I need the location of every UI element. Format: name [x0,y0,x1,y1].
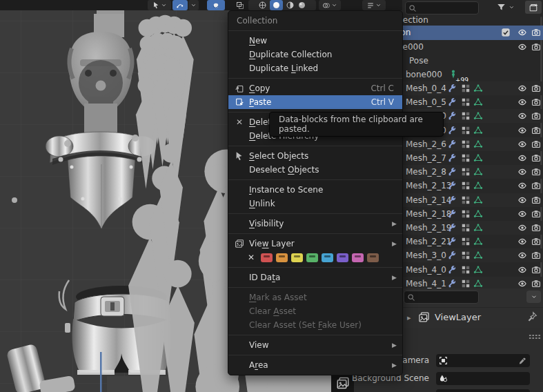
collection-color-tag[interactable] [291,253,303,262]
modifier-stack-icon[interactable] [461,139,471,149]
modifier-stack-icon[interactable] [461,195,471,205]
modifier-wrench-icon[interactable] [447,223,457,233]
xray-toggle[interactable] [233,0,247,10]
mesh-data-icon[interactable] [473,181,483,190]
menu-item-new[interactable]: New [228,34,402,48]
modifier-wrench-icon[interactable] [447,265,457,275]
eye-icon[interactable] [517,209,527,219]
breadcrumb-expand-arrow[interactable]: ▸ [407,313,411,322]
modifier-stack-icon[interactable] [461,84,471,93]
camera-visibility-icon[interactable] [531,279,541,288]
modifier-stack-icon[interactable] [461,209,471,219]
new-collection-button[interactable] [525,1,542,14]
modifier-wrench-icon[interactable] [447,97,457,107]
modifier-stack-icon[interactable] [461,111,471,121]
camera-visibility-icon[interactable] [531,195,541,205]
mesh-data-icon[interactable] [473,97,483,107]
mesh-data-icon[interactable] [473,126,483,135]
eye-icon[interactable] [517,139,527,149]
collection-color-tag[interactable] [322,253,333,262]
camera-visibility-icon[interactable] [531,251,541,260]
eye-icon[interactable] [517,111,527,121]
collection-color-tag[interactable] [352,253,364,262]
camera-visibility-icon[interactable] [531,84,541,93]
modifier-wrench-icon[interactable] [447,195,457,205]
mesh-data-icon[interactable] [473,139,483,149]
modifier-wrench-icon[interactable] [447,279,457,288]
solid-shading-button[interactable] [270,0,283,10]
mesh-data-icon[interactable] [473,84,483,93]
mesh-data-icon[interactable] [473,111,483,121]
camera-visibility-icon[interactable] [531,42,541,52]
mesh-data-icon[interactable] [473,223,483,233]
camera-visibility-icon[interactable] [531,111,541,121]
eye-icon[interactable] [517,195,527,205]
modifier-wrench-icon[interactable] [447,126,457,135]
mesh-data-icon[interactable] [473,251,483,260]
proportional-falloff-dropdown[interactable] [188,0,199,10]
properties-search-input[interactable] [404,291,479,304]
camera-visibility-icon[interactable] [531,209,541,219]
eye-icon[interactable] [517,42,527,52]
eye-icon[interactable] [517,265,527,275]
camera-visibility-icon[interactable] [531,153,541,163]
eye-icon[interactable] [517,181,527,190]
menu-item-paste[interactable]: Paste Ctrl V [228,95,402,109]
eye-icon[interactable] [517,126,527,135]
overlays-dropdown[interactable] [319,0,341,10]
eye-icon[interactable] [517,223,527,233]
camera-visibility-icon[interactable] [531,28,541,37]
modifier-stack-icon[interactable] [461,181,471,190]
modifier-wrench-icon[interactable] [447,153,457,163]
modifier-stack-icon[interactable] [461,153,471,163]
eye-icon[interactable] [517,167,527,177]
partial-field[interactable] [436,389,530,392]
proportional-editing-button[interactable] [172,0,188,10]
menu-item-unlink[interactable]: Unlink [228,197,402,210]
camera-visibility-icon[interactable] [531,167,541,177]
menu-item-area[interactable]: Area▶ [228,358,402,372]
menu-item-id-data[interactable]: ID Data▶ [228,271,402,284]
mesh-data-icon[interactable] [473,237,483,246]
gizmos-dropdown[interactable] [362,0,386,10]
menu-item-duplicate-collection[interactable]: Duplicate Collection [228,48,402,61]
menu-item-copy[interactable]: Copy Ctrl C [228,81,402,95]
mesh-data-icon[interactable] [473,265,483,275]
modifier-wrench-icon[interactable] [447,181,457,190]
background-scene-field[interactable] [436,372,530,385]
modifier-stack-icon[interactable] [461,279,471,288]
modifier-wrench-icon[interactable] [447,209,457,219]
camera-visibility-icon[interactable] [531,265,541,275]
modifier-wrench-icon[interactable] [447,167,457,177]
menu-item-view[interactable]: View▶ [228,338,402,352]
mesh-data-icon[interactable] [473,167,483,177]
eye-icon[interactable] [517,28,527,37]
eye-icon[interactable] [517,153,527,163]
mesh-data-icon[interactable] [473,153,483,163]
camera-visibility-icon[interactable] [531,237,541,246]
modifier-stack-icon[interactable] [461,237,471,246]
selectability-dropdown[interactable] [148,0,171,10]
modifier-wrench-icon[interactable] [447,111,457,121]
collection-color-tag[interactable] [276,253,288,262]
snap-button[interactable] [207,0,225,10]
no-color-icon[interactable]: ✕ [248,253,255,262]
modifier-stack-icon[interactable] [461,167,471,177]
mesh-data-icon[interactable] [473,195,483,205]
collection-color-tag[interactable] [306,253,318,262]
menu-item-duplicate-linked[interactable]: Duplicate Linked [228,61,402,75]
menu-item-select-objects[interactable]: Select Objects [228,149,402,163]
modifier-stack-icon[interactable] [461,223,471,233]
material-shading-icon[interactable] [286,1,295,10]
rendered-shading-icon[interactable] [297,1,306,10]
camera-field[interactable] [436,354,530,367]
eye-icon[interactable] [517,84,527,93]
modifier-wrench-icon[interactable] [447,251,457,260]
modifier-wrench-icon[interactable] [447,84,457,93]
modifier-stack-icon[interactable] [461,251,471,260]
pin-icon[interactable] [527,311,537,322]
collection-color-tag[interactable] [261,253,273,262]
eye-icon[interactable] [517,251,527,260]
collection-color-tag[interactable] [337,253,348,262]
menu-item-clear-asset[interactable]: Clear Asset [228,304,402,318]
